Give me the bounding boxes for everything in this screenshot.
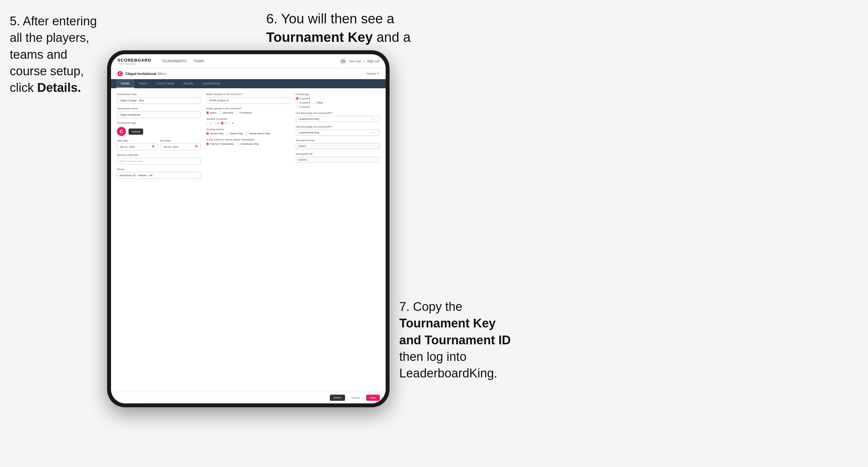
rounds-1-radio[interactable] [206, 122, 209, 125]
tournament-key-label: Tournament Key [296, 139, 380, 142]
tournament-name-label: Tournament name [117, 107, 201, 110]
format-6count5[interactable]: 6 count 5 [296, 105, 310, 108]
teams-individuals-radio[interactable] [237, 143, 240, 145]
tournament-key-group: Tournament Key b4f6b7 [296, 139, 380, 149]
api1-clear-button[interactable]: ✕ ⌄ [372, 118, 377, 120]
venue-input[interactable]: Peachtree GC - Atlanta - GA ⌄ [117, 172, 201, 179]
delete-button[interactable]: Delete [330, 395, 345, 401]
format-6count4[interactable]: 6 count 4 [296, 101, 310, 104]
upload-button[interactable]: Upload [128, 128, 143, 135]
gender-womens[interactable]: Womens [219, 111, 233, 114]
main-content: Tournament Host Clippd College - Men ⌄ T… [111, 88, 385, 392]
gender-label: Which gender is the event for? [206, 107, 290, 110]
api1-select[interactable]: Leaderboard King ✕ ⌄ [296, 116, 380, 122]
scoreboard-logo: SCOREBOARD Powered by clippd [118, 58, 151, 65]
user-name: Test User [349, 60, 361, 63]
nav-tournaments[interactable]: TOURNAMENTS [162, 59, 187, 63]
teams-plus-radio[interactable] [206, 143, 209, 145]
action-bar: Delete Cancel Save [111, 392, 385, 403]
tab-course-setup[interactable]: Course Setup [152, 79, 179, 88]
step6-bold1: Tournament Key [266, 30, 373, 45]
step6-line1: 6. You will then see a [266, 10, 467, 28]
rounds-3-radio[interactable] [221, 122, 224, 125]
tab-leaderboards[interactable]: Leaderboards [198, 79, 225, 88]
scoring-stroke[interactable]: Stroke Play [206, 132, 223, 135]
api2-group: Use third-party live scoring API? Leader… [296, 125, 380, 136]
venue-label: Venue [117, 168, 201, 171]
end-date-label: End date [160, 139, 201, 142]
format-group: Format type 5 count 4 6 count 4 [296, 93, 380, 108]
teams-individuals[interactable]: Individuals Only [237, 143, 259, 145]
venue-dropdown-arrow: ⌄ [196, 174, 198, 177]
scoring-medal-radio[interactable] [245, 132, 248, 135]
scoring-match[interactable]: Match Play [226, 132, 243, 135]
scoring-match-radio[interactable] [226, 132, 229, 135]
sign-out[interactable]: Sign out [367, 59, 379, 63]
end-date-calendar-icon: 📅 [195, 145, 198, 148]
logo-preview: C [117, 127, 126, 136]
rounds-1[interactable]: 1 [206, 122, 211, 125]
tournament-name: Clippd Invitational (Men) [125, 72, 166, 75]
gender-womens-radio[interactable] [219, 111, 222, 114]
tablet-device: SCOREBOARD Powered by clippd TOURNAMENTS… [107, 50, 390, 407]
scoring-radio-group: Stroke Play Match Play Medal Match Play [206, 132, 290, 135]
scoreboard-title: SCOREBOARD [118, 58, 151, 63]
gender-combined-radio[interactable] [236, 111, 239, 114]
api2-select[interactable]: Leaderboard King ✕ ⌄ [296, 129, 380, 136]
tabs-bar: Details Teams Course Setup Results Leade… [111, 79, 385, 88]
gender-group: Which gender is the event for? Mens Wome… [206, 107, 290, 114]
gender-mens-radio[interactable] [206, 111, 209, 114]
rounds-2-radio[interactable] [214, 122, 217, 125]
tab-details[interactable]: Details [116, 79, 134, 88]
gender-combined[interactable]: Combined [236, 111, 251, 114]
start-date-input[interactable]: Jan 21, 2024 📅 [117, 144, 158, 150]
scoring-group: Scoring system Stroke Play Match Play [206, 128, 290, 135]
tournament-logo-group: Tournament logo C Upload [117, 121, 201, 136]
step7-line2: then log into [399, 348, 542, 365]
format-other[interactable]: Other [313, 101, 323, 104]
cancel-button[interactable]: Cancel [348, 395, 364, 401]
division-group: Which division is the event for? NCAA Di… [206, 93, 290, 104]
gender-radio-group: Mens Womens Combined [206, 111, 290, 114]
nav-teams[interactable]: TEAMS [193, 59, 204, 63]
division-input[interactable]: NCAA Division III ⌄ [206, 97, 290, 104]
right-form-section: Format type 5 count 4 6 count 4 [296, 93, 380, 179]
date-row: Start date Jan 21, 2024 📅 End date Jan 2… [117, 139, 201, 150]
api1-label: Use third-party live scoring API? [296, 112, 380, 115]
tournament-name-input[interactable]: Clippd Invitational [117, 111, 201, 118]
left-form-section: Tournament Host Clippd College - Men ⌄ T… [117, 93, 201, 179]
format-5count4-radio[interactable] [296, 97, 299, 100]
rounds-radio-group: 1 2 3 4 [206, 122, 290, 125]
format-6count5-radio[interactable] [296, 105, 299, 108]
rounds-4-radio[interactable] [228, 122, 231, 125]
rounds-4[interactable]: 4 [228, 122, 234, 125]
tab-teams[interactable]: Teams [134, 79, 152, 88]
scoreboard-sub: Powered by clippd [118, 63, 151, 65]
cancel-header-button[interactable]: Cancel ✕ [367, 72, 379, 75]
format-6count4-radio[interactable] [296, 101, 299, 104]
format-other-radio[interactable] [313, 101, 316, 104]
rounds-2[interactable]: 2 [214, 122, 219, 125]
format-row: 5 count 4 6 count 4 6 count 5 [296, 97, 380, 108]
sponsor-input[interactable]: Enter sponsor name [117, 158, 201, 164]
scoring-stroke-radio[interactable] [206, 132, 209, 135]
api2-clear-button[interactable]: ✕ ⌄ [372, 131, 377, 134]
tournament-header: C Clippd Invitational (Men) Cancel ✕ [111, 68, 385, 79]
tab-results[interactable]: Results [179, 79, 198, 88]
user-avatar: TU [340, 58, 346, 65]
format-5count4[interactable]: 5 count 4 [296, 97, 310, 100]
scoring-label: Scoring system [206, 128, 290, 131]
save-button[interactable]: Save [366, 395, 380, 401]
separator: | [364, 60, 365, 63]
venue-group: Venue Peachtree GC - Atlanta - GA ⌄ [117, 168, 201, 179]
rounds-group: Number of rounds 1 2 [206, 118, 290, 125]
end-date-input[interactable]: Jan 23, 2024 📅 [160, 144, 201, 150]
teams-label: Is this event for Teams and/or Individua… [206, 138, 290, 141]
tournament-host-input[interactable]: Clippd College - Men ⌄ [117, 97, 201, 104]
scoring-medal[interactable]: Medal Match Play [245, 132, 270, 135]
rounds-3[interactable]: 3 [221, 122, 226, 125]
api1-group: Use third-party live scoring API? Leader… [296, 112, 380, 122]
teams-plus[interactable]: Teams (+Individuals) [206, 143, 234, 145]
nav-links: TOURNAMENTS TEAMS [162, 59, 205, 63]
gender-mens[interactable]: Mens [206, 111, 217, 114]
